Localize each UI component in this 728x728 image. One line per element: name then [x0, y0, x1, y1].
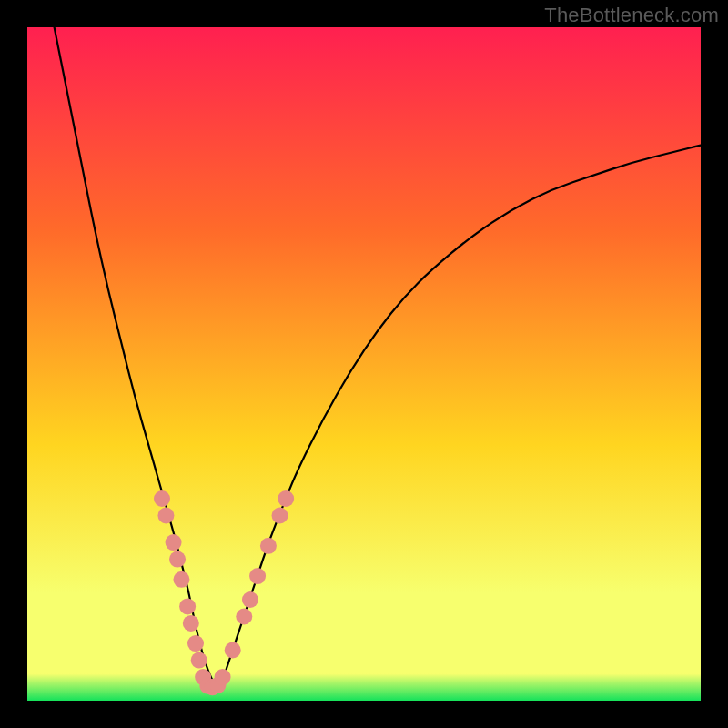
data-marker — [183, 615, 199, 632]
chart-svg — [27, 27, 701, 701]
data-marker — [179, 598, 196, 614]
data-marker — [260, 538, 277, 554]
data-marker — [169, 551, 186, 568]
watermark-text: TheBottleneck.com — [544, 4, 719, 27]
data-marker — [249, 568, 266, 584]
data-marker — [187, 635, 204, 652]
data-marker — [272, 508, 288, 524]
gradient-background — [27, 27, 701, 701]
data-marker — [173, 571, 189, 588]
data-marker — [236, 609, 252, 625]
data-marker — [157, 508, 174, 524]
data-marker — [191, 652, 207, 669]
plot-area — [27, 27, 701, 701]
data-marker — [242, 592, 258, 608]
data-marker — [278, 490, 294, 507]
data-marker — [154, 490, 170, 507]
data-marker — [166, 534, 182, 551]
chart-frame: TheBottleneck.com — [0, 0, 728, 728]
data-marker — [215, 669, 231, 685]
data-marker — [225, 642, 241, 659]
